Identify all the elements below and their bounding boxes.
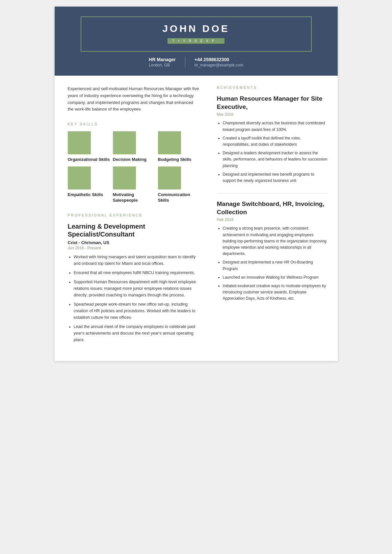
body-section: Experienced and self-motivated Human Res… — [55, 76, 338, 361]
exp-bullet-1: Worked with hiring managers and talent a… — [74, 254, 200, 267]
skill-item-empathetic: Empathetic Skills — [68, 166, 110, 203]
skill-item-budgeting: Budgeting Skills — [158, 131, 200, 163]
summary-text: Experienced and self-motivated Human Res… — [68, 86, 200, 113]
skills-grid: Organizational Skills Decision Making Bu… — [68, 131, 200, 203]
achievement-2-title: Manage Switchboard, HR, Invoicing, Colle… — [217, 200, 328, 216]
header-left-info: HR Manager London, GB — [140, 57, 185, 67]
header-right-info: +44 2598632300 hr_manager@example.com — [185, 57, 252, 67]
full-name: JOHN DOE — [91, 23, 301, 34]
skill-label-motivating: Motivating Salespeople — [113, 192, 155, 203]
exp-bullet-2: Ensured that all new employees fulfill N… — [74, 269, 200, 276]
skill-item-motivating: Motivating Salespeople — [113, 166, 155, 203]
skill-item-communication: Communication Skills — [158, 166, 200, 203]
right-column: ACHIEVEMENTS Human Resources Manager for… — [210, 86, 338, 361]
left-column: Experienced and self-motivated Human Res… — [55, 86, 210, 361]
location: London, GB — [149, 63, 176, 67]
header-border: JOHN DOE 7 + Y R S E X P . — [81, 16, 312, 52]
achievement-1-bullets: Championed diversity across the business… — [217, 120, 328, 184]
achievement-1-bullet-2: Created a layoff toolkit that defined th… — [223, 135, 328, 148]
achievements-section-title: ACHIEVEMENTS — [217, 86, 328, 89]
exp-job-title: Learning & Development Specialist/Consul… — [68, 222, 200, 238]
exp-bullet-4: Spearhead people work-stream for new off… — [74, 301, 200, 321]
skills-section: KEY SKILLS Organizational Skills Decisio… — [68, 122, 200, 203]
skill-label-empathetic: Empathetic Skills — [68, 192, 103, 198]
achievement-2: Manage Switchboard, HR, Invoicing, Colle… — [217, 200, 328, 302]
exp-bullet-5: Lead the annual meet of the company empl… — [74, 323, 200, 343]
skill-box-motivating — [113, 166, 136, 189]
resume-container: JOHN DOE 7 + Y R S E X P . HR Manager Lo… — [55, 7, 338, 361]
achievement-2-bullet-4: Initiated exuberant creative ways to mot… — [223, 283, 328, 302]
skill-label-communication: Communication Skills — [158, 192, 200, 203]
skill-box-communication — [158, 166, 181, 189]
achievement-2-bullet-3: Launched an Innovative Walking for Welln… — [223, 274, 328, 281]
achievement-1-bullet-4: Designed and implemented new benefit pro… — [223, 171, 328, 184]
exp-company-name: Crist - — [68, 240, 80, 245]
achievement-1: Human Resources Manager for Site Executi… — [217, 95, 328, 184]
achievement-1-bullet-1: Championed diversity across the business… — [223, 120, 328, 133]
experience-section-title: PROFESSIONAL EXPERIENCE — [68, 213, 200, 217]
skill-box-decision — [113, 131, 136, 154]
skill-item-organizational: Organizational Skills — [68, 131, 110, 163]
exp-bullet-3: Supported Human Resources department wit… — [74, 279, 200, 298]
skill-label-budgeting: Budgeting Skills — [158, 157, 192, 163]
skill-label-organizational: Organizational Skills — [68, 157, 110, 163]
achievement-2-date: Feb 2019 — [217, 217, 328, 222]
achievement-1-date: Mar 2016 — [217, 112, 328, 117]
achievement-2-bullets: Creating a strong team presence, with co… — [217, 225, 328, 302]
achievement-2-bullet-2: Designed and Implemented a new HR On-Boa… — [223, 259, 328, 272]
phone: +44 2598632300 — [195, 57, 243, 62]
achievement-2-bullet-1: Creating a strong team presence, with co… — [223, 225, 328, 257]
skills-section-title: KEY SKILLS — [68, 122, 200, 126]
achievement-divider — [217, 193, 328, 193]
exp-bullets-list: Worked with hiring managers and talent a… — [68, 254, 200, 343]
exp-date: Jun 2016 - Present — [68, 246, 200, 250]
skill-label-decision: Decision Making — [113, 157, 147, 163]
skill-box-empathetic — [68, 166, 91, 189]
skill-box-organizational — [68, 131, 91, 154]
achievement-1-title: Human Resources Manager for Site Executi… — [217, 95, 328, 111]
email: hr_manager@example.com — [195, 63, 243, 67]
exp-company-location: Chrisman, US — [81, 240, 109, 245]
skill-item-decision: Decision Making — [113, 131, 155, 163]
skill-box-budgeting — [158, 131, 181, 154]
header-section: JOHN DOE 7 + Y R S E X P . HR Manager Lo… — [55, 7, 338, 76]
experience-badge: 7 + Y R S E X P . — [168, 38, 224, 44]
header-info: HR Manager London, GB +44 2598632300 hr_… — [68, 57, 325, 67]
experience-section: PROFESSIONAL EXPERIENCE Learning & Devel… — [68, 213, 200, 343]
job-title: HR Manager — [149, 57, 176, 62]
achievement-1-bullet-3: Designed a leaders development tracker t… — [223, 150, 328, 169]
exp-company: Crist - Chrisman, US — [68, 240, 200, 245]
